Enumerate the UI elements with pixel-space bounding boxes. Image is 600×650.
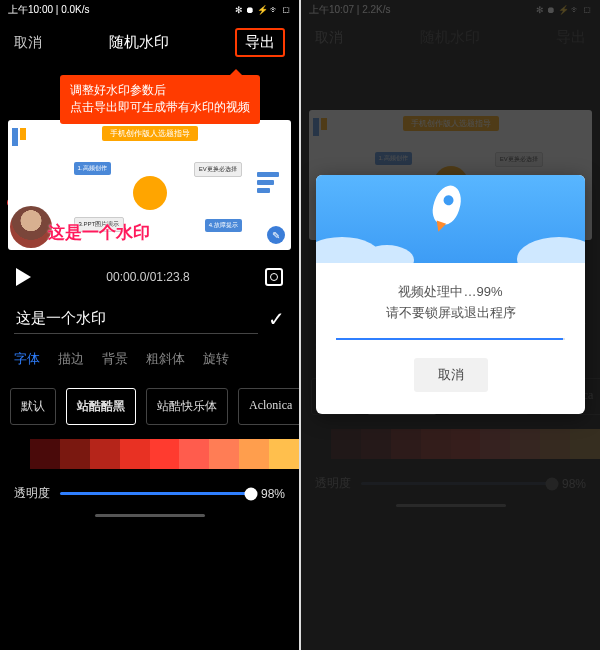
- watermark-text-row: ✓: [0, 298, 299, 344]
- home-indicator: [95, 514, 205, 517]
- confirm-icon[interactable]: ✓: [268, 307, 285, 331]
- top-bar: 取消 随机水印 导出: [0, 20, 299, 65]
- diagram-node: 4.故障提示: [205, 219, 242, 232]
- color-palette[interactable]: [0, 439, 299, 469]
- color-swatch[interactable]: [209, 439, 239, 469]
- tab-stroke[interactable]: 描边: [58, 350, 84, 368]
- color-swatch[interactable]: [90, 439, 120, 469]
- color-swatch[interactable]: [30, 439, 60, 469]
- playback-time: 00:00.0/01:23.8: [106, 270, 189, 284]
- watermark-overlay[interactable]: 这是一个水印: [48, 221, 150, 244]
- slide-title: 手机创作版人选题指导: [102, 126, 198, 141]
- fullscreen-icon[interactable]: [265, 268, 283, 286]
- dialog-message-1: 视频处理中…99%: [330, 283, 571, 301]
- phone-left: 上午10:00 | 0.0K/s ✻ ⏺ ⚡ ᯤ ⬚ 取消 随机水印 导出 调整…: [0, 0, 299, 650]
- slider-thumb-icon[interactable]: [244, 487, 257, 500]
- color-swatch[interactable]: [179, 439, 209, 469]
- status-time: 上午10:00 | 0.0K/s: [8, 3, 90, 17]
- font-zkkuaile[interactable]: 站酷快乐体: [146, 388, 228, 425]
- opacity-value: 98%: [261, 487, 285, 501]
- center-node-icon: [133, 176, 167, 210]
- color-swatch[interactable]: [269, 439, 299, 469]
- diagram-node: 1.高频创作: [74, 162, 111, 175]
- status-bar: 上午10:00 | 0.0K/s ✻ ⏺ ⚡ ᯤ ⬚: [0, 0, 299, 20]
- bar-deco-icon: [257, 172, 279, 193]
- page-title: 随机水印: [109, 33, 169, 52]
- cancel-button[interactable]: 取消: [14, 34, 42, 52]
- tab-rotate[interactable]: 旋转: [203, 350, 229, 368]
- rocket-icon: [429, 182, 466, 228]
- diagram-node: EV更换必选择: [194, 162, 242, 177]
- callout-line-1: 调整好水印参数后: [70, 82, 250, 99]
- callout-line-2: 点击导出即可生成带有水印的视频: [70, 99, 250, 116]
- tab-background[interactable]: 背景: [102, 350, 128, 368]
- watermark-input[interactable]: [14, 304, 258, 334]
- dialog-cancel-button[interactable]: 取消: [414, 358, 488, 392]
- opacity-row: 透明度 98%: [0, 475, 299, 506]
- color-swatch[interactable]: [120, 439, 150, 469]
- opacity-slider[interactable]: [60, 492, 251, 495]
- export-callout: 调整好水印参数后 点击导出即可生成带有水印的视频: [60, 75, 260, 124]
- status-icons: ✻ ⏺ ⚡ ᯤ ⬚: [235, 5, 291, 15]
- font-default[interactable]: 默认: [10, 388, 56, 425]
- video-preview: ⦿ 手机创作版人选题指导 1.高频创作 EV更换必选择 3.PPT图片演示 4.…: [0, 120, 299, 250]
- presenter-avatar: [10, 206, 52, 248]
- font-picker[interactable]: 默认 站酷酷黑 站酷快乐体 Aclonica: [0, 374, 299, 433]
- play-icon[interactable]: [16, 268, 31, 286]
- slide-content: 手机创作版人选题指导 1.高频创作 EV更换必选择 3.PPT图片演示 4.故障…: [8, 120, 291, 250]
- color-swatch[interactable]: [150, 439, 180, 469]
- opacity-label: 透明度: [14, 485, 50, 502]
- dialog-illustration: [316, 175, 585, 263]
- export-button[interactable]: 导出: [235, 28, 285, 57]
- color-swatch[interactable]: [60, 439, 90, 469]
- playback-controls: 00:00.0/01:23.8: [0, 250, 299, 298]
- tab-bolditalic[interactable]: 粗斜体: [146, 350, 185, 368]
- tab-font[interactable]: 字体: [14, 350, 40, 368]
- font-aclonica[interactable]: Aclonica: [238, 388, 299, 425]
- export-progress-dialog: 视频处理中…99% 请不要锁屏或退出程序 取消: [316, 175, 585, 414]
- style-tabs: 字体 描边 背景 粗斜体 旋转: [0, 344, 299, 374]
- color-swatch[interactable]: [239, 439, 269, 469]
- font-zkkuhei[interactable]: 站酷酷黑: [66, 388, 136, 425]
- link-badge-icon: ✎: [267, 226, 285, 244]
- phone-right: 上午10:07 | 2.2K/s ✻ ⏺ ⚡ ᯤ ⬚ 取消 随机水印 导出 手机…: [301, 0, 600, 650]
- color-swatch[interactable]: [0, 439, 30, 469]
- progress-bar: [336, 338, 565, 340]
- dialog-message-2: 请不要锁屏或退出程序: [330, 304, 571, 322]
